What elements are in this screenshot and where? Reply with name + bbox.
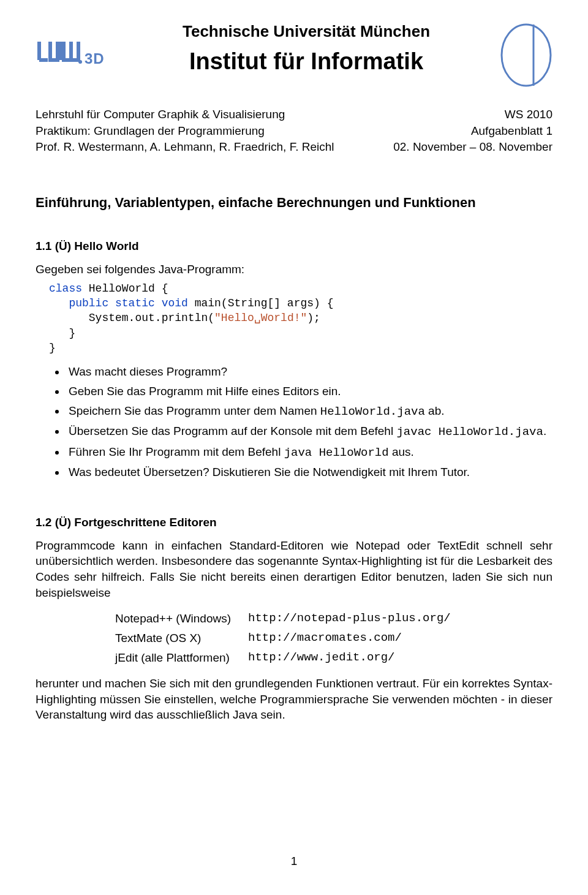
table-row: Notepad++ (Windows) http://notepad-plus-… bbox=[115, 609, 459, 629]
editor-url: http://macromates.com/ bbox=[239, 629, 459, 648]
editor-name: Notepad++ (Windows) bbox=[115, 609, 239, 629]
table-row: TextMate (OS X) http://macromates.com/ bbox=[115, 629, 459, 648]
meta-right: WS 2010 Aufgabenblatt 1 02. November – 0… bbox=[393, 107, 552, 156]
sheet-line: Aufgabenblatt 1 bbox=[393, 123, 552, 140]
editor-name: jEdit (alle Plattformen) bbox=[115, 648, 239, 668]
list-item: Geben Sie das Programm mit Hilfe eines E… bbox=[66, 383, 552, 399]
document-header: 3D Technische Universität München Instit… bbox=[36, 21, 552, 87]
lecturers-line: Prof. R. Westermann, A. Lehmann, R. Frae… bbox=[36, 139, 334, 156]
editors-table: Notepad++ (Windows) http://notepad-plus-… bbox=[115, 609, 459, 667]
exercise-1-intro: Gegeben sei folgendes Java-Programm: bbox=[36, 262, 552, 278]
exercise-2-para-1: Programmcode kann in einfachen Standard-… bbox=[36, 538, 552, 601]
exercise-1-title: 1.1 (Ü) Hello World bbox=[36, 238, 552, 254]
date-line: 02. November – 08. November bbox=[393, 139, 552, 156]
in-tum-logo bbox=[485, 21, 552, 87]
exercise-2-para-2: herunter und machen Sie sich mit den gru… bbox=[36, 676, 552, 723]
chair-line: Lehrstuhl für Computer Graphik & Visuali… bbox=[36, 107, 334, 123]
exercise-1-bullets: Was macht dieses Programm? Geben Sie das… bbox=[36, 364, 552, 480]
list-item: Was bedeutet Übersetzen? Diskutieren Sie… bbox=[66, 464, 552, 480]
editor-name: TextMate (OS X) bbox=[115, 629, 239, 648]
code-block: class HelloWorld { public static void ma… bbox=[49, 281, 552, 355]
university-name: Technische Universität München bbox=[127, 21, 485, 42]
meta-row: Lehrstuhl für Computer Graphik & Visuali… bbox=[36, 107, 552, 156]
institute-name: Institut für Informatik bbox=[127, 46, 485, 77]
semester-line: WS 2010 bbox=[393, 107, 552, 123]
editor-url: http://notepad-plus-plus.org/ bbox=[239, 609, 459, 629]
svg-point-0 bbox=[78, 60, 82, 64]
editor-url: http://www.jedit.org/ bbox=[239, 648, 459, 668]
list-item: Übersetzen Sie das Programm auf der Kons… bbox=[66, 423, 552, 440]
list-item: Speichern Sie das Programm unter dem Nam… bbox=[66, 403, 552, 420]
course-line: Praktikum: Grundlagen der Programmierung bbox=[36, 123, 334, 140]
meta-left: Lehrstuhl für Computer Graphik & Visuali… bbox=[36, 107, 334, 156]
page-number: 1 bbox=[0, 853, 588, 869]
title-block: Technische Universität München Institut … bbox=[127, 21, 485, 77]
list-item: Führen Sie Ihr Programm mit dem Befehl j… bbox=[66, 444, 552, 461]
svg-point-2 bbox=[502, 25, 551, 86]
table-row: jEdit (alle Plattformen) http://www.jedi… bbox=[115, 648, 459, 668]
svg-text:3D: 3D bbox=[85, 50, 105, 67]
tum-3d-logo: 3D bbox=[36, 21, 127, 72]
section-title: Einführung, Variablentypen, einfache Ber… bbox=[36, 194, 552, 212]
exercise-2-title: 1.2 (Ü) Fortgeschrittene Editoren bbox=[36, 515, 552, 531]
list-item: Was macht dieses Programm? bbox=[66, 364, 552, 380]
